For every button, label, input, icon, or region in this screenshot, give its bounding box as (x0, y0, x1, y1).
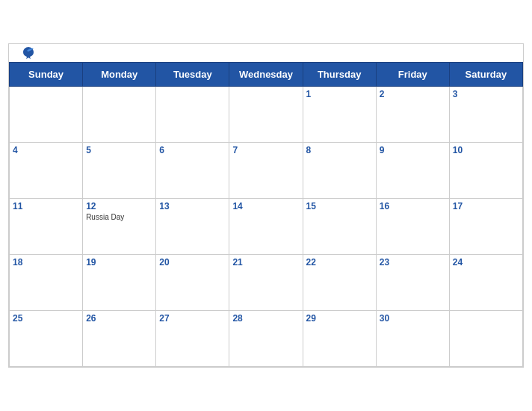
calendar-week-row: 18192021222324 (10, 255, 523, 311)
calendar-cell: 20 (156, 255, 229, 311)
calendar-week-row: 123 (10, 87, 523, 143)
weekday-header: Thursday (303, 63, 376, 87)
calendar-cell: 23 (376, 255, 449, 311)
day-number: 22 (306, 257, 373, 268)
weekday-header-row: SundayMondayTuesdayWednesdayThursdayFrid… (10, 63, 523, 87)
logo-area (21, 46, 42, 61)
calendar-cell: 12Russia Day (83, 199, 156, 255)
day-number: 26 (86, 313, 152, 324)
calendar-cell: 2 (376, 87, 449, 143)
calendar-cell: 15 (303, 199, 376, 255)
calendar-cell: 6 (156, 143, 229, 199)
calendar-cell: 21 (229, 255, 303, 311)
day-number: 21 (232, 257, 299, 268)
calendar-cell: 11 (10, 199, 83, 255)
day-event: Russia Day (86, 213, 152, 221)
day-number: 6 (159, 145, 226, 155)
day-number: 18 (13, 257, 79, 268)
weekday-header: Tuesday (156, 63, 229, 87)
calendar-cell (156, 87, 229, 143)
calendar-cell: 19 (83, 255, 156, 311)
weekday-header: Sunday (10, 63, 83, 87)
weekday-header: Friday (376, 63, 449, 87)
calendar-container: SundayMondayTuesdayWednesdayThursdayFrid… (8, 43, 524, 368)
calendar-week-row: 45678910 (10, 143, 523, 199)
calendar-cell: 16 (376, 199, 449, 255)
calendar-cell: 18 (10, 255, 83, 311)
calendar-cell: 3 (449, 87, 522, 143)
day-number: 5 (86, 145, 152, 155)
calendar-cell: 10 (449, 143, 522, 199)
day-number: 8 (306, 145, 373, 155)
calendar-cell: 29 (303, 311, 376, 367)
calendar-cell: 7 (229, 143, 303, 199)
day-number: 10 (453, 145, 519, 155)
day-number: 14 (232, 201, 299, 211)
day-number: 9 (380, 145, 446, 155)
day-number: 16 (380, 201, 446, 211)
calendar-cell: 17 (449, 199, 522, 255)
weekday-header: Saturday (449, 63, 522, 87)
calendar-cell (229, 87, 303, 143)
day-number: 1 (306, 89, 373, 99)
calendar-cell: 28 (229, 311, 303, 367)
calendar-cell: 25 (10, 311, 83, 367)
day-number: 15 (306, 201, 373, 211)
day-number: 13 (159, 201, 226, 211)
logo-bird-icon (21, 46, 36, 61)
day-number: 7 (232, 145, 299, 155)
calendar-cell (10, 87, 83, 143)
day-number: 29 (306, 313, 373, 324)
weekday-header: Monday (83, 63, 156, 87)
day-number: 28 (232, 313, 299, 324)
calendar-cell (449, 311, 522, 367)
calendar-cell: 4 (10, 143, 83, 199)
calendar-cell: 13 (156, 199, 229, 255)
calendar-cell: 26 (83, 311, 156, 367)
calendar-cell: 30 (376, 311, 449, 367)
calendar-week-row: 252627282930 (10, 311, 523, 367)
day-number: 27 (159, 313, 226, 324)
day-number: 25 (13, 313, 79, 324)
calendar-cell: 27 (156, 311, 229, 367)
calendar-week-row: 1112Russia Day1314151617 (10, 199, 523, 255)
calendar-cell: 8 (303, 143, 376, 199)
day-number: 30 (380, 313, 446, 324)
day-number: 20 (159, 257, 226, 268)
day-number: 19 (86, 257, 152, 268)
day-number: 23 (380, 257, 446, 268)
day-number: 2 (380, 89, 446, 99)
day-number: 24 (453, 257, 519, 268)
calendar-cell: 9 (376, 143, 449, 199)
day-number: 3 (453, 89, 519, 99)
day-number: 12 (86, 201, 152, 211)
calendar-cell: 5 (83, 143, 156, 199)
day-number: 11 (13, 201, 79, 211)
weekday-header: Wednesday (229, 63, 303, 87)
calendar-cell: 14 (229, 199, 303, 255)
calendar-cell: 1 (303, 87, 376, 143)
day-number: 4 (13, 145, 79, 155)
calendar-cell (83, 87, 156, 143)
calendar-header (9, 44, 523, 62)
day-number: 17 (453, 201, 519, 211)
calendar-cell: 22 (303, 255, 376, 311)
calendar-grid: SundayMondayTuesdayWednesdayThursdayFrid… (9, 62, 523, 367)
calendar-cell: 24 (449, 255, 522, 311)
